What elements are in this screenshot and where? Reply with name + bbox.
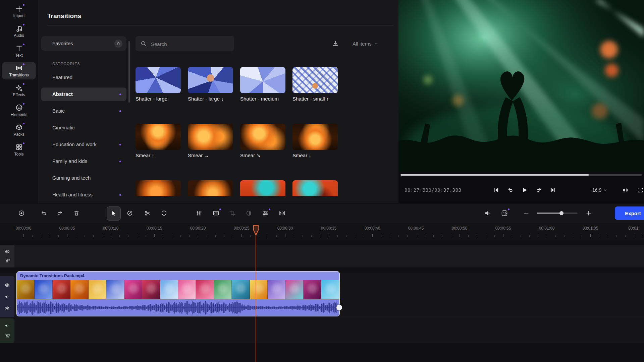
transition-cell: Shatter - large ↓	[188, 67, 233, 124]
export-button[interactable]: Export	[615, 206, 644, 220]
transition-cell: Shatter - medium	[240, 67, 285, 124]
transition-tool-icon[interactable]	[279, 210, 285, 217]
chevron-down-icon	[374, 42, 378, 46]
sidebar-item-audio[interactable]: Audio	[2, 22, 36, 40]
skip-to-end-icon[interactable]	[550, 187, 556, 193]
sidebar-item-import[interactable]: Import	[2, 3, 36, 20]
audio-levels-icon[interactable]	[196, 210, 203, 217]
play-icon[interactable]	[521, 187, 528, 193]
sidebar-item-transitions[interactable]: Transitions	[2, 62, 36, 79]
split-scissors-icon[interactable]	[144, 210, 151, 217]
import-icon	[15, 5, 23, 12]
filmstrip-frame	[35, 280, 52, 299]
captions-icon[interactable]: CC	[213, 210, 219, 217]
preview-scrub-bar[interactable]	[400, 174, 642, 176]
redo-icon[interactable]	[57, 210, 63, 217]
category-cinematic[interactable]: Cinematic	[41, 121, 126, 134]
skip-to-start-icon[interactable]	[493, 187, 499, 193]
sidebar-item-elements[interactable]: Elements	[2, 102, 36, 119]
category-education-and-work[interactable]: Education and work	[41, 138, 126, 151]
transitions-panel: Transitions Favorites 0 CATEGORIES Featu…	[38, 0, 398, 203]
aspect-ratio-label: 16:9	[592, 187, 601, 193]
crop-icon[interactable]	[229, 210, 236, 217]
undo-icon[interactable]	[40, 210, 47, 217]
sidebar-item-packs[interactable]: Packs	[2, 121, 36, 139]
transition-cell	[292, 180, 338, 196]
all-items-dropdown[interactable]: All items	[349, 38, 382, 49]
download-icon[interactable]	[332, 40, 339, 47]
filmstrip-frame	[250, 280, 268, 299]
transition-thumb[interactable]	[188, 124, 233, 150]
link-icon[interactable]	[5, 258, 10, 263]
fullscreen-icon[interactable]	[637, 187, 643, 193]
filmstrip-frame	[17, 280, 35, 299]
category-health-and-fitness[interactable]: Health and fitness	[41, 188, 126, 201]
delete-icon[interactable]	[73, 210, 80, 217]
zoom-in-icon[interactable]	[586, 210, 592, 216]
clip-waveform[interactable]	[17, 299, 339, 316]
category-basic[interactable]: Basic	[41, 104, 126, 118]
zoom-slider-knob[interactable]	[559, 211, 564, 215]
aspect-ratio-dropdown[interactable]: 16:9	[592, 187, 607, 193]
unlink-icon[interactable]	[5, 333, 10, 338]
step-back-icon[interactable]	[507, 187, 513, 193]
transition-cell: Smear ↑	[136, 124, 181, 180]
sticker-icon[interactable]	[501, 210, 508, 217]
snap-off-icon[interactable]	[126, 210, 133, 217]
new-badge-dot	[23, 44, 24, 45]
all-items-label: All items	[353, 41, 372, 47]
category-featured[interactable]: Featured	[41, 71, 126, 84]
freeze-track-icon[interactable]	[5, 306, 10, 311]
record-icon[interactable]	[18, 210, 25, 217]
track-lane-text[interactable]	[0, 245, 644, 267]
adjust-sliders-icon[interactable]	[262, 210, 269, 217]
transition-thumb[interactable]	[292, 180, 338, 196]
transition-thumb[interactable]	[136, 180, 181, 196]
nav-label: Transitions	[9, 73, 29, 77]
category-family-and-kids[interactable]: Family and kids	[41, 155, 126, 168]
ruler-label: 00:00:20	[190, 226, 206, 231]
effects-icon	[15, 84, 23, 92]
transition-thumb[interactable]	[292, 67, 338, 93]
favorites-row[interactable]: Favorites 0	[41, 36, 126, 51]
transition-thumb[interactable]	[188, 180, 233, 196]
contrast-icon[interactable]	[246, 210, 252, 217]
sidebar-item-text[interactable]: Text	[2, 42, 36, 60]
zoom-slider-fill	[537, 213, 561, 214]
category-scrollbar[interactable]	[128, 41, 130, 103]
preview-timecode: 00:27.600/00:37.303	[405, 187, 462, 193]
nav-label: Tools	[14, 152, 23, 157]
mute-track-icon[interactable]	[5, 323, 10, 328]
transition-thumb[interactable]	[292, 124, 338, 150]
transition-thumb[interactable]	[136, 67, 181, 93]
toggle-visibility-icon[interactable]	[5, 283, 10, 288]
zoom-out-icon[interactable]	[523, 210, 529, 216]
category-label: Gaming and tech	[52, 175, 91, 181]
track-lane-audio[interactable]	[0, 318, 644, 343]
ruler-label: 00:00:05	[59, 226, 75, 231]
new-badge-dot	[23, 142, 24, 144]
transition-thumb[interactable]	[240, 180, 285, 196]
transition-thumb[interactable]	[136, 124, 181, 150]
nav-label: Import	[13, 13, 24, 18]
video-clip[interactable]: Dynamic Transitions Pack.mp4	[16, 271, 340, 316]
category-abstract[interactable]: Abstract	[41, 87, 126, 101]
transition-thumb[interactable]	[240, 124, 285, 150]
timeline-ruler[interactable]: 00:00:0000:00:0500:00:1000:00:1500:00:20…	[0, 223, 644, 240]
timeline-zoom-slider[interactable]	[537, 213, 578, 214]
mask-icon[interactable]	[161, 210, 167, 217]
transition-thumb[interactable]	[240, 67, 285, 93]
sidebar-item-effects[interactable]: Effects	[2, 82, 36, 99]
audio-mixer-icon[interactable]	[484, 210, 491, 217]
transition-thumb[interactable]	[188, 67, 233, 93]
mute-track-icon[interactable]	[5, 294, 10, 299]
cursor-tool-icon[interactable]	[110, 210, 117, 217]
category-gaming-and-tech[interactable]: Gaming and tech	[41, 171, 126, 185]
toggle-visibility-icon[interactable]	[5, 249, 10, 254]
clip-trim-handle[interactable]	[336, 305, 342, 310]
filmstrip-frame	[106, 280, 124, 299]
step-forward-icon[interactable]	[536, 187, 542, 193]
volume-icon[interactable]	[622, 187, 629, 193]
search-input[interactable]	[150, 36, 231, 52]
sidebar-item-tools[interactable]: Tools	[2, 141, 36, 159]
